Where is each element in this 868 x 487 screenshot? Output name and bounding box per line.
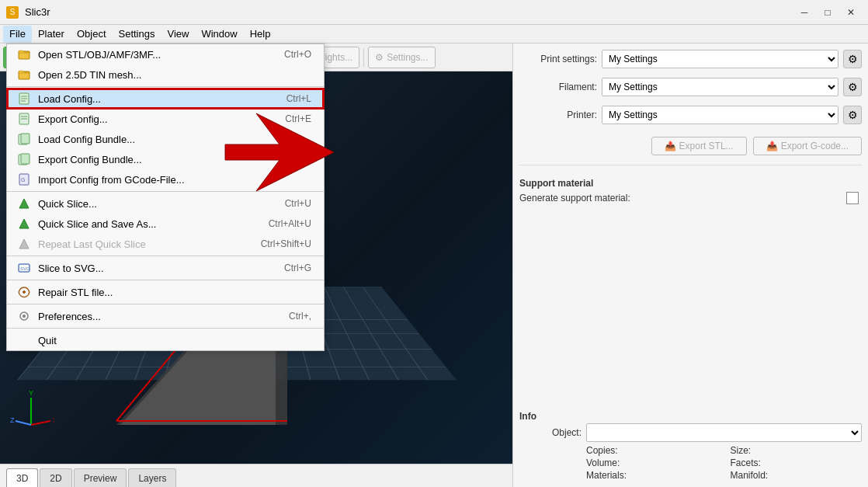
divider-1	[519, 165, 862, 165]
menu-view[interactable]: View	[161, 26, 195, 43]
settings-button[interactable]: ⚙ Settings...	[368, 47, 435, 68]
open-stl-shortcut: Ctrl+O	[284, 49, 311, 60]
svg-rect-20	[21, 154, 30, 164]
config-icon-2	[16, 111, 32, 127]
quick-slice-label: Quick Slice...	[38, 198, 97, 210]
menu-import-gcode[interactable]: G Import Config from GCode-File...	[7, 169, 324, 190]
load-config-label: Load Config...	[38, 93, 101, 105]
tab-preview[interactable]: Preview	[74, 468, 127, 487]
svg-point-31	[23, 315, 26, 318]
menu-load-config[interactable]: Load Config... Ctrl+L	[7, 89, 324, 109]
tab-2d[interactable]: 2D	[40, 468, 71, 487]
svg-text:SVG: SVG	[20, 266, 30, 271]
menu-window[interactable]: Window	[195, 26, 243, 43]
info-manifold-label: Manifold:	[731, 470, 863, 481]
preferences-shortcut: Ctrl+,	[289, 311, 311, 322]
toolbar-separator-5	[363, 48, 364, 67]
sep-6	[7, 328, 324, 329]
info-object-label: Object:	[519, 427, 582, 438]
maximize-button[interactable]: □	[817, 5, 838, 20]
open-stl-label: Open STL/OBJ/AMF/3MF...	[38, 49, 161, 61]
config-bundle-icon-1	[16, 131, 32, 147]
sep-1	[7, 86, 324, 87]
title-bar-left: S Slic3r	[6, 6, 50, 19]
slice-icon-3	[16, 236, 32, 252]
quick-slice-save-label: Quick Slice and Save As...	[38, 218, 156, 230]
info-facets-label: Facets:	[731, 457, 863, 468]
printer-select[interactable]: My Settings	[602, 106, 838, 124]
print-settings-row: Print settings: My Settings ⚙	[519, 50, 862, 68]
export-gcode-button[interactable]: 📤 Export G-code...	[753, 137, 862, 155]
right-panel: Print settings: My Settings ⚙ Filament: …	[512, 43, 868, 487]
menu-repair-stl[interactable]: Repair STL file...	[7, 282, 324, 302]
file-dropdown-menu[interactable]: Open STL/OBJ/AMF/3MF... Ctrl+O Open 2.5D…	[6, 43, 325, 351]
support-header: Support material	[519, 178, 862, 189]
info-object-select[interactable]	[586, 423, 862, 442]
svg-marker-25	[19, 239, 29, 249]
quit-label: Quit	[38, 335, 57, 346]
info-grid: Copies: Size: Volume: Facets: Materials:…	[586, 445, 862, 481]
menu-export-config[interactable]: Export Config... Ctrl+E	[7, 109, 324, 129]
window-controls: ─ □ ✕	[793, 5, 862, 20]
app-title: Slic3r	[25, 6, 50, 18]
support-generate-row: Generate support material:	[519, 190, 862, 206]
info-volume-label: Volume:	[586, 457, 718, 468]
filament-select[interactable]: My Settings	[602, 78, 838, 96]
slice-svg-shortcut: Ctrl+G	[284, 263, 311, 273]
spacer	[519, 212, 862, 395]
menu-help[interactable]: Help	[244, 26, 277, 43]
menu-quick-slice-save[interactable]: Quick Slice and Save As... Ctrl+Alt+U	[7, 214, 324, 234]
support-generate-label: Generate support material:	[519, 193, 644, 203]
close-button[interactable]: ✕	[840, 5, 862, 20]
printer-gear[interactable]: ⚙	[843, 106, 862, 124]
svg-line-3	[31, 421, 50, 425]
support-material-checkbox[interactable]	[846, 192, 859, 204]
prefs-icon	[16, 308, 32, 324]
filament-row: Filament: My Settings ⚙	[519, 78, 862, 96]
menu-open-tin[interactable]: Open 2.5D TIN mesh...	[7, 64, 324, 85]
quick-slice-shortcut: Ctrl+U	[285, 198, 311, 209]
svg-text:Y: Y	[29, 389, 33, 397]
menu-plater[interactable]: Plater	[32, 26, 71, 43]
sep-2	[7, 191, 324, 192]
repeat-slice-label: Repeat Last Quick Slice	[38, 238, 146, 250]
preferences-label: Preferences...	[38, 311, 101, 322]
viewport-tabs: 3D 2D Preview Layers	[0, 464, 512, 487]
menu-load-config-bundle[interactable]: Load Config Bundle...	[7, 129, 324, 149]
menu-bar: File Plater Object Settings View Window …	[0, 25, 868, 43]
menu-quit[interactable]: Quit	[7, 330, 324, 350]
support-section: Support material Generate support materi…	[519, 175, 862, 206]
sep-4	[7, 280, 324, 280]
minimize-button[interactable]: ─	[793, 5, 815, 20]
info-size-label: Size:	[731, 445, 863, 456]
svg-text:G: G	[21, 177, 25, 183]
svg-icon: SVG	[16, 260, 32, 276]
menu-export-config-bundle[interactable]: Export Config Bundle...	[7, 149, 324, 169]
filament-gear[interactable]: ⚙	[843, 78, 862, 96]
info-object-row: Object:	[519, 423, 862, 442]
info-section: Info Object: Copies: Size: Volume: Facet…	[519, 408, 862, 481]
menu-open-stl[interactable]: Open STL/OBJ/AMF/3MF... Ctrl+O	[7, 44, 324, 64]
slice-svg-label: Slice to SVG...	[38, 263, 104, 274]
quick-slice-save-shortcut: Ctrl+Alt+U	[269, 218, 311, 229]
svg-text:X: X	[53, 416, 54, 424]
menu-object[interactable]: Object	[71, 26, 113, 43]
print-settings-gear[interactable]: ⚙	[843, 50, 862, 68]
menu-preferences[interactable]: Preferences... Ctrl+,	[7, 306, 324, 326]
load-config-bundle-label: Load Config Bundle...	[38, 134, 135, 145]
print-settings-select[interactable]: My Settings	[602, 50, 838, 68]
repeat-slice-shortcut: Ctrl+Shift+U	[261, 238, 311, 249]
tab-3d[interactable]: 3D	[6, 468, 38, 487]
menu-quick-slice[interactable]: Quick Slice... Ctrl+U	[7, 193, 324, 214]
export-config-bundle-label: Export Config Bundle...	[38, 154, 142, 165]
menu-file[interactable]: File	[3, 26, 32, 43]
tab-layers[interactable]: Layers	[128, 468, 176, 487]
menu-slice-svg[interactable]: SVG Slice to SVG... Ctrl+G	[7, 258, 324, 278]
printer-row: Printer: My Settings ⚙	[519, 106, 862, 124]
export-gcode-icon: 📤	[766, 141, 778, 151]
menu-repeat-slice[interactable]: Repeat Last Quick Slice Ctrl+Shift+U	[7, 234, 324, 254]
info-copies-label: Copies:	[586, 445, 718, 456]
export-stl-button[interactable]: 📤 Export STL...	[651, 137, 747, 155]
title-bar: S Slic3r ─ □ ✕	[0, 0, 868, 25]
menu-settings[interactable]: Settings	[113, 26, 161, 43]
